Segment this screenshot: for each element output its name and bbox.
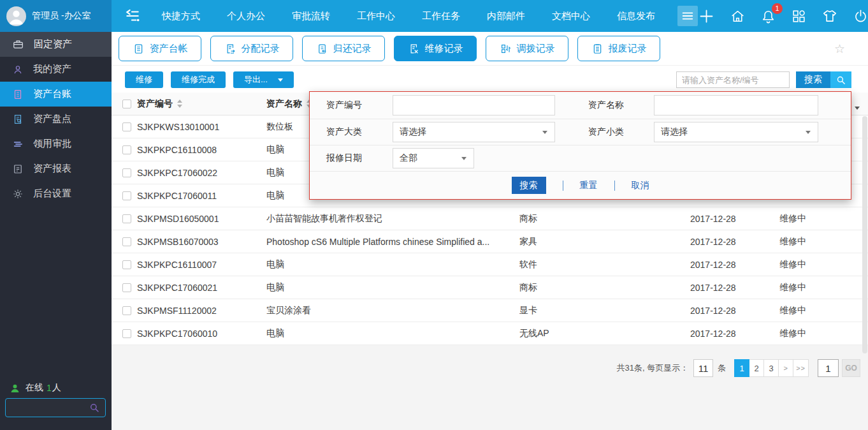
sidebar-search-box xyxy=(5,398,106,417)
goto-page-input[interactable] xyxy=(818,359,839,377)
apps-grid-icon[interactable] xyxy=(791,8,807,24)
nav-item-info-publish[interactable]: 信息发布 xyxy=(604,0,669,32)
document-search-icon xyxy=(12,114,24,125)
online-count: 1 xyxy=(47,383,52,393)
next-page-button[interactable]: > xyxy=(778,359,793,377)
filter-asset-name-input[interactable] xyxy=(654,95,818,115)
tab-return-records[interactable]: 归还记录 xyxy=(302,36,385,61)
sidebar-search-input[interactable] xyxy=(11,403,89,413)
filter-row-2: 资产大类 请选择 资产小类 请选择 xyxy=(310,119,851,145)
row-checkbox[interactable] xyxy=(122,260,131,269)
cell-date: 2017-12-28 xyxy=(690,283,779,293)
sidebar-item-my-assets[interactable]: 我的资产 xyxy=(0,57,112,82)
person-icon xyxy=(6,6,26,26)
notifications-bell-icon[interactable]: 1 xyxy=(760,8,776,24)
cell-asset-name: Photoshop cS6 Multiple Platforms chinese… xyxy=(266,237,519,247)
sidebar-item-asset-inventory[interactable]: 资产盘点 xyxy=(0,107,112,131)
power-icon[interactable] xyxy=(853,8,868,24)
column-header-asset-no[interactable]: 资产编号 xyxy=(137,98,266,110)
tab-repair-records[interactable]: 维修记录 xyxy=(394,36,477,61)
cell-date: 2017-12-28 xyxy=(690,237,779,247)
last-page-button[interactable]: >> xyxy=(793,359,809,377)
main-content: 资产台帐 分配记录 归还记录 维修记录 调拨记录 报废记录 xyxy=(112,32,868,430)
user-avatar[interactable] xyxy=(6,6,26,26)
quick-search-input[interactable] xyxy=(676,71,790,88)
minor-category-select[interactable]: 请选择 xyxy=(654,122,818,142)
nav-item-shortcuts[interactable]: 快捷方式 xyxy=(148,0,213,32)
page-button-2[interactable]: 2 xyxy=(749,359,764,377)
search-icon[interactable] xyxy=(89,402,100,413)
tab-allocation-records[interactable]: 分配记录 xyxy=(210,36,293,61)
page-size-input[interactable] xyxy=(693,359,713,377)
vertical-scrollbar[interactable] xyxy=(862,116,867,384)
nav-item-approval-flow[interactable]: 审批流转 xyxy=(278,0,344,32)
tab-transfer-records[interactable]: 调拨记录 xyxy=(486,36,568,61)
asset-name-label: 资产名称 xyxy=(555,100,654,111)
add-icon[interactable] xyxy=(698,8,715,25)
row-checkbox[interactable] xyxy=(122,283,131,292)
page-button-3[interactable]: 3 xyxy=(763,359,779,377)
row-checkbox[interactable] xyxy=(122,122,131,131)
table-row[interactable]: SJKPKPC17060021 电脑 商标 2017-12-28 维修中 xyxy=(112,276,868,299)
favorite-star-icon[interactable]: ☆ xyxy=(834,41,845,56)
cell-status: 维修中 xyxy=(779,213,868,225)
clipboard-list-icon xyxy=(591,43,604,55)
pagination-summary: 共31条, 每页显示： xyxy=(616,362,688,374)
row-checkbox[interactable] xyxy=(122,329,131,338)
row-checkbox[interactable] xyxy=(122,237,131,246)
sort-icon[interactable] xyxy=(177,100,182,108)
sidebar-item-asset-ledger[interactable]: 资产台账 xyxy=(0,82,112,107)
row-checkbox[interactable] xyxy=(122,214,131,223)
select-value: 全部 xyxy=(400,152,417,164)
document-return-icon xyxy=(316,43,328,55)
nav-item-personal-office[interactable]: 个人办公 xyxy=(213,0,278,32)
row-checkbox[interactable] xyxy=(122,191,131,200)
theme-shirt-icon[interactable] xyxy=(821,8,838,24)
repair-done-button[interactable]: 维修完成 xyxy=(171,71,226,88)
table-row[interactable]: SJKPKPC16110007 电脑 软件 2017-12-28 维修中 xyxy=(112,253,868,276)
table-row[interactable]: SJKPMSF11120002 宝贝涂涂看 显卡 2017-12-28 维修中 xyxy=(112,299,868,322)
export-button[interactable]: 导出... xyxy=(233,71,294,88)
row-checkbox[interactable] xyxy=(122,306,131,315)
filter-search-button[interactable]: 搜索 xyxy=(512,177,546,194)
page-button-1[interactable]: 1 xyxy=(734,359,749,377)
repair-date-select[interactable]: 全部 xyxy=(393,148,474,168)
hamburger-menu-icon[interactable] xyxy=(677,6,698,26)
table-row[interactable]: SJKPMSD16050001 小苗苗智能故事机著作权登记 商标 2017-12… xyxy=(112,207,868,230)
collapse-menu-icon[interactable] xyxy=(124,8,141,24)
select-all-checkbox[interactable] xyxy=(122,100,131,108)
sidebar-item-backend-settings[interactable]: 后台设置 xyxy=(0,181,112,206)
cell-asset-name: 小苗苗智能故事机著作权登记 xyxy=(266,213,519,225)
row-checkbox[interactable] xyxy=(122,145,131,154)
nav-item-work-tasks[interactable]: 工作任务 xyxy=(409,0,474,32)
filter-asset-no-input[interactable] xyxy=(393,95,555,115)
filter-cancel-link[interactable]: 取消 xyxy=(632,180,649,191)
report-icon xyxy=(12,163,24,175)
repair-button[interactable]: 维修 xyxy=(125,71,163,88)
tab-asset-ledger[interactable]: 资产台帐 xyxy=(119,36,201,61)
scrollbar-thumb[interactable] xyxy=(862,116,867,353)
quick-search-button[interactable]: 搜索 xyxy=(796,71,851,88)
cell-date: 2017-12-28 xyxy=(690,306,779,316)
row-checkbox[interactable] xyxy=(122,168,131,177)
nav-item-work-center[interactable]: 工作中心 xyxy=(344,0,409,32)
nav-item-document-center[interactable]: 文档中心 xyxy=(539,0,604,32)
sidebar-section-fixed-assets[interactable]: 固定资产 xyxy=(0,32,112,57)
table-row[interactable]: SJKPMSB16070003 Photoshop cS6 Multiple P… xyxy=(112,230,868,253)
cell-category: 家具 xyxy=(519,236,690,248)
divider xyxy=(614,181,615,191)
go-button[interactable]: GO xyxy=(842,359,860,377)
table-row[interactable]: SJKPKPC17060010 电脑 无线AP 2017-12-28 维修中 xyxy=(112,322,868,345)
page-buttons: 1 2 3 > >> xyxy=(735,359,809,377)
nav-item-internal-mail[interactable]: 内部邮件 xyxy=(474,0,539,32)
filter-reset-link[interactable]: 重置 xyxy=(580,180,598,191)
home-icon[interactable] xyxy=(730,8,746,24)
sidebar-item-requisition-approval[interactable]: 领用审批 xyxy=(0,131,112,156)
sidebar-item-asset-reports[interactable]: 资产报表 xyxy=(0,156,112,181)
major-category-select[interactable]: 请选择 xyxy=(393,122,555,142)
column-settings-dropdown[interactable] xyxy=(855,101,860,112)
cell-status: 维修中 xyxy=(779,236,868,248)
stack-icon xyxy=(12,138,24,150)
tab-scrap-records[interactable]: 报废记录 xyxy=(577,36,660,61)
tab-label: 资产台帐 xyxy=(150,43,188,55)
